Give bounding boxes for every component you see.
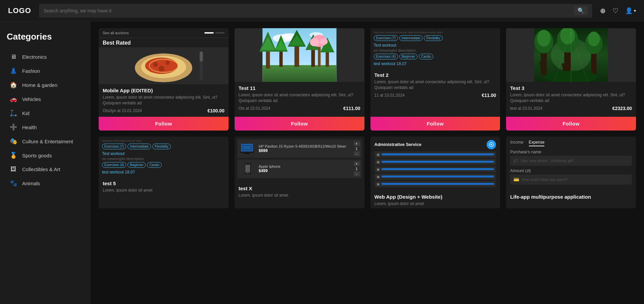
card-desc: Lorem, ipsum dolor sit amet consectetur …: [510, 92, 632, 104]
admin-row3: ▣: [375, 166, 496, 172]
cards-row-1: See all auctions Best Rated: [99, 28, 636, 131]
workout-link2[interactable]: test workout 18.07: [102, 170, 225, 174]
svg-point-39: [537, 30, 551, 47]
sidebar-item-collectibles[interactable]: 🖼 Collectibles & Art: [7, 162, 84, 176]
follow-button[interactable]: Follow: [99, 117, 229, 131]
heart-icon[interactable]: ♡: [612, 7, 618, 15]
card-test11[interactable]: Test 11 Lorem, ipsum dolor sit amet cons…: [235, 28, 364, 131]
card-desc: Lorem, ipsum dolor sit amet: [103, 188, 225, 193]
see-all-link[interactable]: See all auctions: [103, 31, 129, 35]
culture-icon: 🎭: [9, 138, 17, 145]
card-meta: Olsztyn at 23.01.2024 €100.00: [103, 108, 225, 113]
income-tab[interactable]: Income: [510, 140, 523, 146]
card-mobile-app[interactable]: See all auctions Best Rated: [99, 28, 229, 131]
card-title: Test 3: [510, 85, 632, 91]
admin-row2: ▣: [375, 159, 496, 165]
card-image: [506, 28, 636, 82]
svg-point-47: [588, 32, 600, 46]
home-icon: 🏠: [9, 81, 17, 89]
sidebar-item-label: Collectibles & Art: [22, 166, 60, 172]
workout-link1[interactable]: Test workout: [374, 43, 497, 48]
qty-plus-button[interactable]: +: [354, 141, 360, 146]
row-bar3: [382, 168, 494, 170]
row-bar5: [382, 183, 494, 185]
card-title: Life-app multipurpose application: [510, 194, 632, 200]
search-input[interactable]: [44, 8, 574, 13]
sidebar-item-culture[interactable]: 🎭 Culture & Entertaiment: [7, 134, 84, 148]
card-lifeapp[interactable]: Income Expense Purchase's name 🏷 Like 'n…: [506, 137, 636, 209]
card-testx[interactable]: HP Pavilion 15 Ryzen 5-4500/16GB/512/Win…: [235, 137, 364, 209]
amount-field: 💳 How much have you spent?: [510, 174, 632, 185]
row-icon3: ▣: [377, 167, 380, 171]
card-location: 11 at 23.01.2024: [375, 93, 405, 98]
admin-service-name: Administrative Service: [375, 142, 422, 147]
sidebar-item-animals[interactable]: 🐾 Animals: [7, 176, 84, 190]
user-button[interactable]: 👤 ▾: [625, 7, 636, 14]
amount-label: Amount (zł): [510, 168, 632, 173]
card-location: test at 23.01.2024: [510, 106, 542, 111]
card-title: test X: [239, 186, 360, 191]
admin-row5: ▣: [375, 181, 496, 187]
sports-icon: 🏅: [9, 152, 17, 159]
apple-info: Apple Iphone $499: [259, 164, 351, 173]
svg-rect-9: [200, 51, 203, 62]
sidebar-item-electronics[interactable]: 🖥 Electronics: [7, 50, 84, 64]
follow-button[interactable]: Follow: [370, 117, 500, 131]
cards-row-2: idujiruidu iduirujidjdurududje djdjd Exe…: [99, 137, 636, 209]
card-test3[interactable]: Test 3 Lorem, ipsum dolor sit amet conse…: [506, 28, 636, 131]
hp-qty: + 1 -: [354, 141, 360, 156]
sidebar: Categories 🖥 Electronics 👗 Fashion 🏠 Hom…: [0, 21, 91, 304]
partial-text: idujiruidu iduirujidjdurududje djdjd: [102, 139, 225, 142]
card-desc: Lorem, ipsum dolor sit amet consectetur …: [375, 79, 496, 91]
best-rated-header: See all auctions: [99, 28, 229, 38]
card-body: Test 2 Lorem, ipsum dolor sit amet conse…: [370, 69, 500, 117]
card-price: €111.00: [343, 106, 360, 111]
sidebar-item-label: Kid: [22, 110, 30, 116]
follow-button[interactable]: Follow: [506, 117, 636, 131]
svg-point-4: [153, 62, 158, 67]
kid-icon: 🛴: [9, 109, 17, 117]
add-icon[interactable]: ⊕: [600, 7, 606, 15]
card-location: Ols at 23.01.2024: [239, 106, 270, 111]
qty-plus-button2[interactable]: +: [354, 161, 360, 166]
sidebar-item-label: Fashion: [22, 68, 40, 74]
search-bar: 🔍: [39, 4, 592, 17]
card-webapp[interactable]: Administrative Service ▣: [370, 137, 500, 209]
sidebar-item-kid[interactable]: 🛴 Kid: [7, 106, 84, 120]
sidebar-item-fashion[interactable]: 👗 Fashion: [7, 64, 84, 78]
admin-rows: ▣ ▣ ▣ ▣: [375, 151, 496, 187]
qty-minus-button[interactable]: -: [354, 151, 360, 156]
sidebar-item-sports[interactable]: 🏅 Sports goods: [7, 148, 84, 162]
card-tags2: Exercises (4) Beginner Cardio: [374, 54, 497, 59]
follow-button[interactable]: Follow: [235, 117, 364, 131]
card-title: Test 11: [239, 85, 360, 91]
workout-small-text: idujiruidu iduirujidjdurududje djdjd idu…: [374, 31, 497, 34]
qty-value2: 1: [355, 167, 357, 171]
workout-link1[interactable]: Test workout: [102, 151, 225, 156]
card-body: test 5 Lorem, ipsum dolor sit amet: [99, 177, 229, 209]
card-desc: Lorem, ipsum dolor sit amet: [239, 193, 360, 198]
card-desc: Lorem, ipsum dolor sit amet consectetur …: [239, 92, 360, 104]
electronics-icon: 🖥: [9, 53, 17, 60]
sidebar-item-vehicles[interactable]: 🚗 Vehicles: [7, 92, 84, 106]
purchase-icon: 🏷: [513, 158, 518, 163]
user-icon: 👤: [625, 7, 633, 14]
main-content: See all auctions Best Rated: [91, 21, 644, 304]
income-expense-card: Income Expense Purchase's name 🏷 Like 'n…: [506, 137, 636, 191]
card-price: €2323.00: [612, 106, 632, 111]
card-test5[interactable]: idujiruidu iduirujidjdurududje djdjd Exe…: [99, 137, 229, 209]
sidebar-item-label: Culture & Entertaiment: [22, 139, 73, 144]
tag-exercises: Exercises (7): [374, 35, 398, 41]
expense-tab[interactable]: Expense: [529, 140, 545, 146]
search-button[interactable]: 🔍: [574, 6, 588, 15]
header-icons: ⊕ ♡ 👤 ▾: [600, 7, 636, 15]
purchase-field: 🏷 Like 'new phone', 'christmas gift'...: [510, 156, 632, 166]
card-title: Mobile App (EDITED): [103, 88, 225, 93]
admin-row4: ▣: [375, 173, 496, 180]
workout-link2[interactable]: test workout 18.07: [374, 61, 497, 66]
sidebar-item-home-garden[interactable]: 🏠 Home & garden: [7, 78, 84, 92]
tag-flex: Flexibility: [152, 144, 171, 149]
card-test2[interactable]: idujiruidu iduirujidjdurududje djdjd idu…: [370, 28, 500, 131]
qty-minus-button2[interactable]: -: [354, 171, 360, 176]
sidebar-item-health[interactable]: ➕ Health: [7, 120, 84, 134]
